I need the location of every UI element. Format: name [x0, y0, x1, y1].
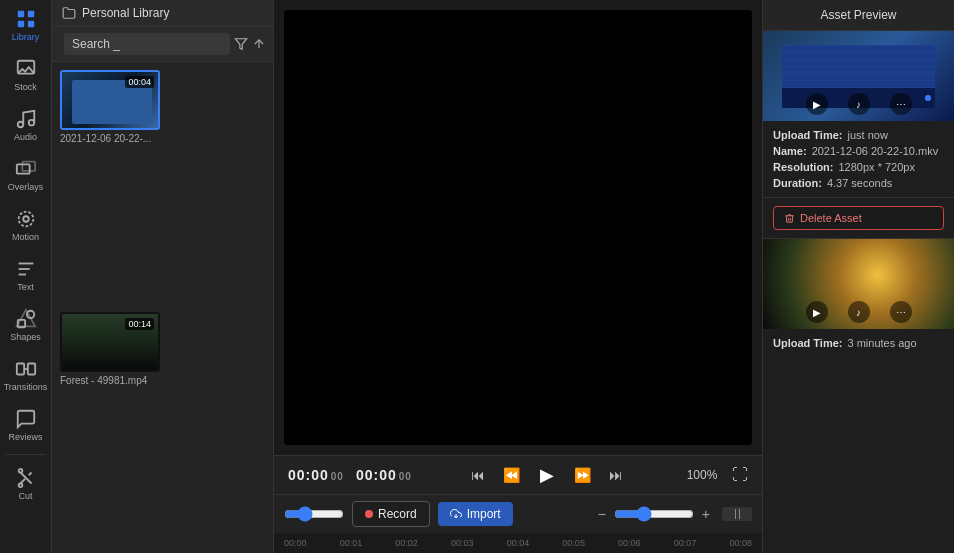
- asset-info-1: Upload Time: just now Name: 2021-12-06 2…: [763, 121, 954, 198]
- svg-point-20: [18, 484, 22, 488]
- import-button[interactable]: Import: [438, 502, 513, 526]
- svg-marker-26: [235, 39, 247, 50]
- thumbnail-2[interactable]: 00:14: [60, 312, 160, 372]
- preview-more-icon[interactable]: ⋯: [890, 93, 912, 115]
- playhead-scrubber[interactable]: [284, 506, 344, 522]
- ruler-mark: 00:06: [618, 538, 641, 548]
- svg-rect-1: [27, 11, 33, 17]
- sidebar-item-library[interactable]: Library: [0, 0, 51, 50]
- end-time-display: 00:00 00: [356, 467, 412, 483]
- svg-rect-18: [27, 364, 34, 375]
- sidebar-item-audio[interactable]: Audio: [0, 100, 51, 150]
- audio-icon: [15, 108, 37, 130]
- skip-to-end-button[interactable]: ⏭: [605, 465, 627, 485]
- library-title: Personal Library: [82, 6, 169, 20]
- sidebar-divider: [5, 454, 46, 455]
- sidebar-item-text[interactable]: Text: [0, 250, 51, 300]
- timeline-ruler: 00:00 00:01 00:02 00:03 00:04 00:05 00:0…: [274, 533, 762, 553]
- fullscreen-button[interactable]: ⛶: [732, 466, 748, 484]
- sort-icon[interactable]: [252, 37, 266, 51]
- library-panel: Personal Library 00:04 2021-12-06 20-22-…: [52, 0, 274, 553]
- thumb-duration-2: 00:14: [125, 318, 154, 330]
- thumb-label-2: Forest - 49981.mp4: [60, 375, 160, 386]
- delete-asset-button[interactable]: Delete Asset: [773, 206, 944, 230]
- overlays-icon: [15, 158, 37, 180]
- rewind-button[interactable]: ⏪: [499, 465, 524, 485]
- preview-play-icon[interactable]: ▶: [806, 93, 828, 115]
- svg-rect-3: [27, 21, 33, 27]
- sidebar-item-shapes[interactable]: Shapes: [0, 300, 51, 350]
- zoom-level: 100%: [682, 468, 722, 482]
- stock-icon: [15, 58, 37, 80]
- svg-point-9: [23, 216, 29, 222]
- transitions-icon: [15, 358, 37, 380]
- cut-icon: [15, 467, 37, 489]
- ruler-mark: 00:03: [451, 538, 474, 548]
- sidebar: Library Stock Audio Overlays Motion Text: [0, 0, 52, 553]
- svg-rect-17: [16, 364, 23, 375]
- svg-rect-2: [17, 21, 23, 27]
- library-icon: [15, 8, 37, 30]
- current-time-display: 00:00 00: [288, 467, 344, 483]
- record-button[interactable]: Record: [352, 501, 430, 527]
- sidebar-item-cut[interactable]: Cut: [0, 459, 51, 509]
- asset-panel-header: Asset Preview: [763, 0, 954, 31]
- duration-row: Duration: 4.37 seconds: [773, 177, 944, 189]
- ruler-mark: 00:04: [507, 538, 530, 548]
- ruler-marks: 00:00 00:01 00:02 00:03 00:04 00:05 00:0…: [284, 538, 752, 548]
- bottom-bar: Record Import − + 00:00 00:01 00: [274, 494, 762, 553]
- preview-volume-icon-2[interactable]: ♪: [848, 301, 870, 323]
- timeline-zoom-slider[interactable]: [614, 506, 694, 522]
- sidebar-item-motion[interactable]: Motion: [0, 200, 51, 250]
- preview-volume-icon[interactable]: ♪: [848, 93, 870, 115]
- preview-more-icon-2[interactable]: ⋯: [890, 301, 912, 323]
- asset-panel: Asset Preview ▶ ♪ ⋯ Upload Time: just no…: [762, 0, 954, 553]
- timeline-toggle[interactable]: [722, 507, 752, 521]
- list-item[interactable]: 00:04 2021-12-06 20-22-...: [60, 70, 160, 304]
- preview-overlay-icons: ▶ ♪ ⋯: [763, 93, 954, 115]
- sidebar-item-overlays[interactable]: Overlays: [0, 150, 51, 200]
- ruler-mark: 00:08: [729, 538, 752, 548]
- folder-icon: [62, 6, 76, 20]
- upload-time-row-2: Upload Time: 3 minutes ago: [773, 337, 944, 349]
- svg-point-21: [18, 469, 22, 473]
- preview-overlay-icons-2: ▶ ♪ ⋯: [763, 301, 954, 323]
- import-icon: [450, 508, 462, 520]
- thumbnail-grid: 00:04 2021-12-06 20-22-... 00:14 Forest …: [52, 62, 273, 553]
- reviews-icon: [15, 408, 37, 430]
- upload-time-row: Upload Time: just now: [773, 129, 944, 141]
- svg-line-23: [20, 479, 25, 484]
- play-button[interactable]: ▶: [534, 462, 560, 488]
- ruler-mark: 00:02: [395, 538, 418, 548]
- thumb-label-1: 2021-12-06 20-22-...: [60, 133, 160, 144]
- record-dot: [365, 510, 373, 518]
- sidebar-item-transitions[interactable]: Transitions: [0, 350, 51, 400]
- preview-play-icon-2[interactable]: ▶: [806, 301, 828, 323]
- motion-icon: [15, 208, 37, 230]
- zoom-out-button[interactable]: −: [598, 506, 606, 522]
- library-header: Personal Library: [52, 0, 273, 27]
- ruler-mark: 00:01: [340, 538, 363, 548]
- svg-point-5: [17, 122, 23, 128]
- video-preview: [284, 10, 752, 445]
- text-icon: [15, 258, 37, 280]
- filter-icon[interactable]: [234, 37, 248, 51]
- search-bar-icons: [234, 37, 266, 51]
- sidebar-item-reviews[interactable]: Reviews: [0, 400, 51, 450]
- skip-to-start-button[interactable]: ⏮: [467, 465, 489, 485]
- svg-rect-0: [17, 11, 23, 17]
- svg-point-10: [18, 212, 33, 227]
- search-input[interactable]: [64, 33, 230, 55]
- main-area: 00:00 00 00:00 00 ⏮ ⏪ ▶ ⏩ ⏭ 100% ⛶ Recor…: [274, 0, 762, 553]
- shapes-icon: [15, 308, 37, 330]
- sidebar-item-stock[interactable]: Stock: [0, 50, 51, 100]
- thumbnail-1[interactable]: 00:04: [60, 70, 160, 130]
- asset-preview-thumb-2: ▶ ♪ ⋯: [763, 239, 954, 329]
- list-item[interactable]: 00:14 Forest - 49981.mp4: [60, 312, 160, 546]
- ruler-mark: 00:07: [674, 538, 697, 548]
- asset-preview-thumb-1: ▶ ♪ ⋯: [763, 31, 954, 121]
- fast-forward-button[interactable]: ⏩: [570, 465, 595, 485]
- controls-bar: 00:00 00 00:00 00 ⏮ ⏪ ▶ ⏩ ⏭ 100% ⛶: [274, 455, 762, 494]
- toolbar-row: Record Import − +: [274, 495, 762, 533]
- zoom-in-button[interactable]: +: [702, 506, 710, 522]
